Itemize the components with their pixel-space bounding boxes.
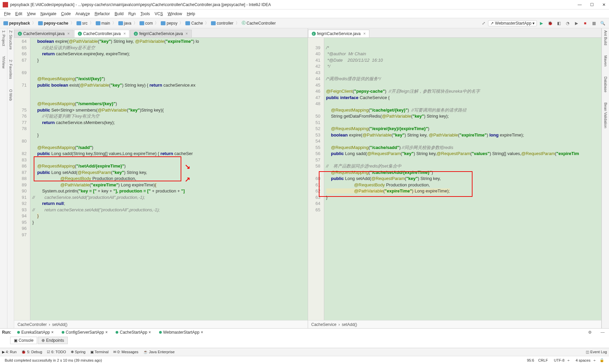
menu-navigate[interactable]: Navigate <box>38 11 58 17</box>
minimize-icon[interactable]: — <box>600 329 606 335</box>
gutter-left: 64 65 66 67 69 71 75 76 77 78 80 82 83 8… <box>14 38 30 320</box>
subtab-endpoints[interactable]: ⊕ Endpoints <box>38 337 68 344</box>
tab-feign-cacheservice[interactable]: cfeign\CacheService.java× <box>130 30 191 37</box>
stop-icon[interactable]: ■ <box>582 20 588 26</box>
editor-right[interactable]: 39 40 41 42 43 44 45 46 47 48 50 51 52 5… <box>308 38 602 320</box>
crumb-main[interactable]: main <box>94 21 112 26</box>
play2-icon[interactable]: ▶ <box>573 20 579 26</box>
menu-edit[interactable]: Edit <box>13 11 24 17</box>
left-tool-stripe: 1: Project YhView <box>0 28 7 328</box>
run-tab-config[interactable]: ConfigServerSartApp × <box>60 329 110 335</box>
crumb-method[interactable]: setAdd() <box>52 322 67 327</box>
crumb-src[interactable]: src <box>75 21 89 26</box>
maximize-button[interactable]: ☐ <box>589 2 594 7</box>
crumb-module[interactable]: pepsy-cache <box>37 21 70 26</box>
menu-file[interactable]: File <box>2 11 12 17</box>
crumb-com[interactable]: com <box>138 21 154 26</box>
menu-code[interactable]: Code <box>59 11 73 17</box>
gutter-right: 39 40 41 42 43 44 45 46 47 48 50 51 52 5… <box>308 38 324 320</box>
crumb-pepsy[interactable]: pepsy <box>159 21 179 26</box>
crumb-class[interactable]: ⓒ CacheController <box>240 20 277 26</box>
tool-web[interactable]: O Web <box>9 89 13 101</box>
title-bar: pepsyback [E:\AllCodes\pepsyback] - ...\… <box>0 0 609 9</box>
editor-crumb-right: CacheService › setAdd() <box>308 320 602 328</box>
run-icon[interactable]: ▶ <box>538 20 544 26</box>
menu-tools[interactable]: Tools <box>139 11 152 17</box>
crumb-controller[interactable]: controller <box>210 21 235 26</box>
tool-messages[interactable]: ✉ 0: Messages <box>113 350 138 354</box>
tool-terminal[interactable]: ▣ Terminal <box>90 350 109 354</box>
structure-icon[interactable]: ▦ <box>591 20 597 26</box>
crumb-java[interactable]: java <box>117 21 133 26</box>
menu-window[interactable]: Window <box>165 11 184 17</box>
status-eol[interactable]: CRLF <box>538 358 548 362</box>
status-indent[interactable]: 4 spaces ÷ <box>574 358 596 362</box>
editor-pane-right: cfeign\CacheService.java× 39 40 41 42 43… <box>308 28 602 328</box>
menu-analyze[interactable]: Analyze <box>73 11 92 17</box>
editor-tabs-left: cCacheServiceImpl.java× cCacheController… <box>14 28 308 38</box>
menu-vcs[interactable]: VCS <box>153 11 165 17</box>
menu-view[interactable]: View <box>25 11 38 17</box>
tool-ant[interactable]: Ant Build <box>604 30 608 45</box>
tool-debug[interactable]: 🐞 5: Debug <box>21 350 42 354</box>
left-tool-stripe-2: Z: Structure 2: Favorites O Web <box>7 28 14 328</box>
arrow-icon: ↗ <box>185 175 190 183</box>
menu-bar: File Edit View Navigate Code Analyze Ref… <box>0 9 609 18</box>
tool-java-enterprise[interactable]: ☕ Java Enterprise <box>143 350 175 354</box>
close-button[interactable]: ✕ <box>602 2 606 7</box>
tool-project[interactable]: 1: Project <box>2 30 6 46</box>
editor-left[interactable]: 64 65 66 67 69 71 75 76 77 78 80 82 83 8… <box>14 38 308 320</box>
bottom-tool-bar: ▶ 4: Run 🐞 5: Debug ☑ 6: TODO ❋ Spring ▣… <box>0 348 609 356</box>
tool-spring[interactable]: ❋ Spring <box>71 350 86 354</box>
coverage-icon[interactable]: ◧ <box>556 20 562 26</box>
window-title: pepsyback [E:\AllCodes\pepsyback] - ...\… <box>10 2 577 7</box>
tab-cacheserviceimpl[interactable]: cCacheServiceImpl.java× <box>14 30 73 37</box>
tool-maven[interactable]: Maven <box>604 55 608 66</box>
tool-database[interactable]: Database <box>604 77 608 92</box>
crumb-cache[interactable]: Cache <box>184 21 204 26</box>
run-tab-eureka[interactable]: EurekaStartApp × <box>15 329 56 335</box>
minimize-button[interactable]: — <box>577 2 582 7</box>
app-icon <box>3 2 8 7</box>
debug-icon[interactable]: 🐞 <box>547 20 553 26</box>
menu-run[interactable]: Run <box>126 11 138 17</box>
close-icon[interactable]: × <box>186 31 188 36</box>
close-icon[interactable]: × <box>123 31 126 36</box>
crumb-class[interactable]: CacheController <box>18 322 47 327</box>
status-position[interactable]: 95:6 <box>527 358 534 362</box>
build-icon[interactable]: ⤢ <box>481 20 487 26</box>
tool-todo[interactable]: ☑ 6: TODO <box>47 350 66 354</box>
close-icon[interactable]: × <box>363 31 366 36</box>
crumb-method[interactable]: setAdd() <box>342 322 357 327</box>
tool-yhview[interactable]: YhView <box>2 56 6 68</box>
tool-structure[interactable]: Z: Structure <box>9 30 13 50</box>
tool-bean-validation[interactable]: Bean Validation <box>604 102 608 128</box>
source-right[interactable]: /* *@author Mr Chain *@Date 2020/11/12 1… <box>324 38 602 320</box>
gear-icon[interactable]: ⚙ <box>587 329 593 335</box>
run-tab-webmaster[interactable]: WebmasterStartApp × <box>157 329 205 335</box>
search-icon[interactable]: 🔍 <box>600 20 606 26</box>
menu-refactor[interactable]: Refactor <box>93 11 112 17</box>
tab-feign-cacheservice-r[interactable]: cfeign\CacheService.java× <box>308 30 369 37</box>
status-lock-icon[interactable]: 🔒 <box>600 358 604 362</box>
tool-run[interactable]: ▶ 4: Run <box>2 350 17 354</box>
subtab-console[interactable]: ▣ Console <box>10 337 37 344</box>
close-icon[interactable]: × <box>67 31 70 36</box>
crumb-class[interactable]: CacheService <box>311 322 337 327</box>
right-tool-stripe: Ant Build Maven Database Bean Validation <box>602 28 609 328</box>
crumb-root[interactable]: pepsyback <box>2 21 31 26</box>
tool-event-log[interactable]: ◫ Event Log <box>586 350 607 354</box>
run-tool-window: Run: EurekaStartApp × ConfigServerSartAp… <box>0 328 609 348</box>
menu-build[interactable]: Build <box>113 11 126 17</box>
tab-cachecontroller[interactable]: cCacheController.java× <box>74 30 129 37</box>
run-tab-cache[interactable]: CacheStartApp × <box>114 329 153 335</box>
run-config-selector[interactable]: ↗ WebmasterStartApp ▾ <box>488 20 537 26</box>
tool-favorites[interactable]: 2: Favorites <box>9 60 13 79</box>
menu-help[interactable]: Help <box>185 11 197 17</box>
status-encoding[interactable]: UTF-8 ÷ <box>552 358 570 362</box>
source-left[interactable]: boolean expire(@PathVariable("key") Stri… <box>30 38 308 320</box>
profile-icon[interactable]: ◔ <box>565 20 571 26</box>
editor-pane-left: cCacheServiceImpl.java× cCacheController… <box>14 28 308 328</box>
editor-tabs-right: cfeign\CacheService.java× <box>308 28 602 38</box>
arrow-icon: ↘ <box>185 162 190 171</box>
